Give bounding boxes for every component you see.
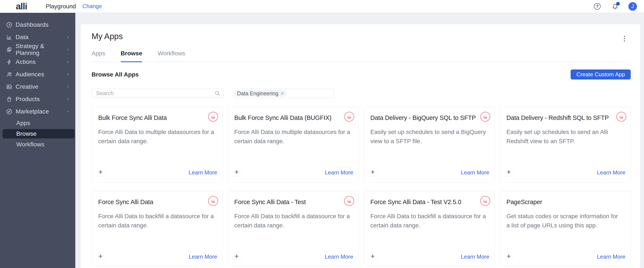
add-app-button[interactable]: + <box>232 252 241 261</box>
app-card-description: Force Alli Data to multiple datasources … <box>98 127 216 146</box>
chip-remove-icon[interactable]: × <box>281 91 284 96</box>
clipboard-check-icon <box>6 46 12 53</box>
sidebar-subitem-browse[interactable]: Browse <box>2 129 74 138</box>
filter-row: Data Engineering × <box>92 89 631 98</box>
add-app-button[interactable]: + <box>504 168 513 177</box>
tabs: Apps Browse Workflows <box>92 50 631 62</box>
add-app-button[interactable]: + <box>232 168 241 177</box>
add-app-button[interactable]: + <box>504 252 513 261</box>
section-row: Browse All Apps Create Custom App <box>92 69 631 79</box>
topbar: alli Playground Change ? J <box>0 0 644 13</box>
app-card-description: Easily set up schedules to send an Alli … <box>506 127 624 146</box>
sidebar-subitem-apps[interactable]: Apps <box>0 118 75 128</box>
tab-label: Browse <box>121 50 142 57</box>
tab-label: Apps <box>92 50 105 57</box>
learn-more-link[interactable]: Learn More <box>189 254 217 260</box>
notifications-bell-icon[interactable] <box>612 3 619 10</box>
app-card-description: Force Alli Data to backfill a datasource… <box>370 212 488 230</box>
app-card-description: Force Alli Data to backfill a datasource… <box>234 212 352 230</box>
bar-chart-app-icon <box>480 112 490 122</box>
tab-apps[interactable]: Apps <box>92 50 105 62</box>
image-icon <box>6 84 12 90</box>
add-app-button[interactable]: + <box>96 168 105 177</box>
category-filter-input[interactable]: Data Engineering × <box>233 89 334 98</box>
section-title: Browse All Apps <box>92 71 139 78</box>
bar-chart-app-icon <box>616 112 626 122</box>
sidebar-item-strategy-planning[interactable]: Strategy & Planning <box>0 43 75 56</box>
tab-underline <box>158 61 185 62</box>
add-app-button[interactable]: + <box>368 252 377 261</box>
add-app-button[interactable]: + <box>96 252 105 261</box>
bar-chart-app-icon <box>344 112 354 122</box>
sidebar-item-data[interactable]: Data <box>0 31 75 43</box>
learn-more-link[interactable]: Learn More <box>325 254 353 260</box>
sidebar-item-label: Dashboards <box>16 21 70 28</box>
app-card: Bulk Force Sync Alli Data (BUGFIX) Force… <box>228 107 358 183</box>
page-title: My Apps <box>92 32 631 41</box>
sidebar-item-actions[interactable]: Actions <box>0 56 75 68</box>
learn-more-link[interactable]: Learn More <box>461 254 489 260</box>
learn-more-link[interactable]: Learn More <box>189 169 217 176</box>
app-card: Data Delivery - Redshift SQL to SFTP Eas… <box>500 107 631 183</box>
sidebar: Dashboards Data Strategy & Planning <box>0 13 75 268</box>
app-card-description: Easily set up schedules to send a BigQue… <box>370 127 488 146</box>
avatar[interactable]: J <box>628 2 637 11</box>
change-workspace-link[interactable]: Change <box>82 3 102 10</box>
app-card-description: Force Alli Data to backfill a datasource… <box>98 212 216 230</box>
chevron-down-icon <box>66 110 70 113</box>
bar-chart-app-icon <box>208 196 218 206</box>
create-custom-app-button[interactable]: Create Custom App <box>570 69 631 79</box>
bar-chart-app-icon <box>344 196 354 206</box>
bar-chart-app-icon <box>480 196 490 206</box>
sidebar-item-label: Creative <box>16 83 66 90</box>
shopping-bag-icon <box>6 96 12 102</box>
app-card: Data Delivery - BigQuery SQL to SFTP Eas… <box>364 107 495 183</box>
app-card: Force Sync Alli Data - Test Force Alli D… <box>228 191 358 267</box>
sidebar-item-label: Strategy & Planning <box>16 43 66 56</box>
chevron-right-icon <box>66 60 70 64</box>
sidebar-item-label: Products <box>16 96 66 103</box>
compass-icon <box>6 108 12 115</box>
tab-underline <box>92 61 105 62</box>
main-area: My Apps Apps Browse Workflows Browse All… <box>75 13 644 268</box>
sidebar-item-creative[interactable]: Creative <box>0 81 75 93</box>
chevron-right-icon <box>66 97 70 101</box>
app-card: Bulk Force Sync Alli Data Force Alli Dat… <box>92 107 222 183</box>
kebab-menu-icon[interactable] <box>620 33 628 43</box>
app-card-title: Bulk Force Sync Alli Data <box>98 114 216 121</box>
app-card-title: Bulk Force Sync Alli Data (BUGFIX) <box>234 114 352 121</box>
chevron-right-icon <box>66 35 70 39</box>
sidebar-subitem-workflows[interactable]: Workflows <box>0 139 75 150</box>
app-card: Force Sync Alli Data Force Alli Data to … <box>92 191 222 267</box>
tab-underline <box>121 61 142 62</box>
tab-browse[interactable]: Browse <box>121 50 142 62</box>
tab-workflows[interactable]: Workflows <box>158 50 185 62</box>
sidebar-item-dashboards[interactable]: Dashboards <box>0 18 75 31</box>
lightning-icon <box>6 59 12 65</box>
panel-header: My Apps <box>92 24 631 41</box>
bar-chart-app-icon <box>208 112 218 122</box>
sidebar-item-marketplace[interactable]: Marketplace <box>0 105 75 118</box>
people-icon <box>6 71 12 78</box>
app-card: PageScraper Get status codes or scrape i… <box>500 191 631 267</box>
search-box <box>92 89 223 98</box>
sidebar-item-label: Data <box>16 34 66 41</box>
learn-more-link[interactable]: Learn More <box>597 169 626 176</box>
add-app-button[interactable]: + <box>368 168 377 177</box>
learn-more-link[interactable]: Learn More <box>597 254 626 260</box>
content-panel: My Apps Apps Browse Workflows Browse All… <box>81 24 640 268</box>
tab-label: Workflows <box>158 50 185 57</box>
workspace-name: Playground <box>46 3 76 10</box>
sidebar-item-products[interactable]: Products <box>0 93 75 105</box>
search-input[interactable] <box>92 89 223 98</box>
filter-chip[interactable]: Data Engineering × <box>234 90 286 97</box>
app-card-grid: Bulk Force Sync Alli Data Force Alli Dat… <box>92 107 631 267</box>
chevron-right-icon <box>66 72 70 76</box>
alli-logo[interactable]: alli <box>16 1 27 11</box>
app-card-title: Data Delivery - BigQuery SQL to SFTP <box>370 114 488 121</box>
gauge-icon <box>6 21 12 28</box>
learn-more-link[interactable]: Learn More <box>325 169 353 176</box>
learn-more-link[interactable]: Learn More <box>461 169 489 176</box>
help-icon[interactable]: ? <box>594 3 600 10</box>
sidebar-item-audiences[interactable]: Audiences <box>0 68 75 81</box>
